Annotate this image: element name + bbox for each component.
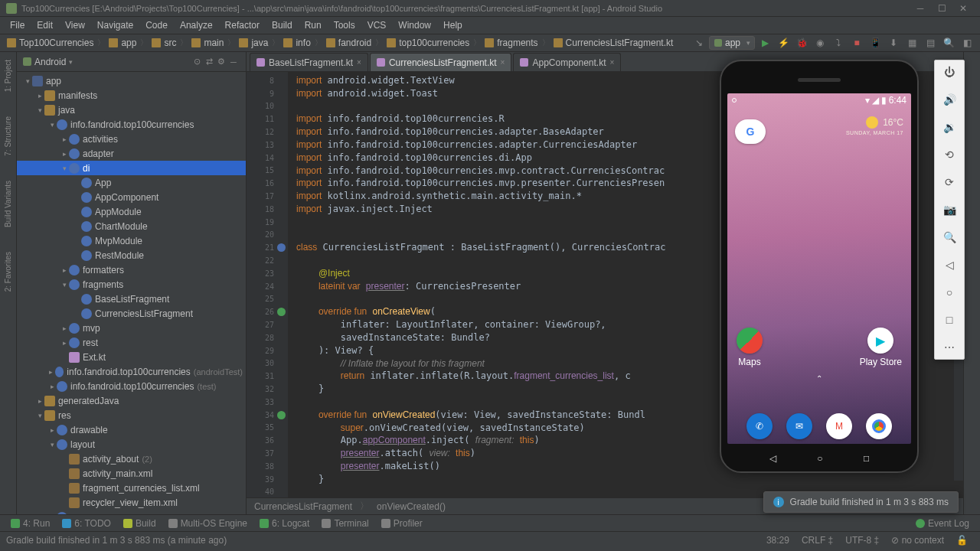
profile-button[interactable]: ◉ bbox=[812, 35, 828, 51]
tree-node[interactable]: AppModule bbox=[17, 204, 246, 219]
tree-node[interactable]: ChartModule bbox=[17, 219, 246, 233]
editor-tab[interactable]: CurrenciesListFragment.kt× bbox=[370, 53, 512, 71]
emulator-window[interactable]: ─ ✕ ▾ ◢ ▮ 6:44 G 16°C SUNDAY, MARCH 17 M… bbox=[720, 60, 926, 473]
tree-node[interactable]: app bbox=[17, 73, 246, 88]
tree-node[interactable]: res bbox=[17, 408, 246, 422]
tree-node[interactable]: info.fandroid.top100currencies(test) bbox=[17, 379, 246, 393]
tree-node[interactable]: di bbox=[17, 161, 246, 175]
gutter[interactable]: 8910111213141516171819202122232425262728… bbox=[247, 72, 289, 497]
tab-multios[interactable]: Multi-OS Engine bbox=[162, 515, 253, 531]
tree-node[interactable]: BaseListFragment bbox=[17, 292, 246, 306]
tree-node[interactable]: drawable bbox=[17, 422, 246, 437]
emu-rotate-right-icon[interactable]: ⟳ bbox=[941, 174, 958, 191]
line-separator[interactable]: CRLF ‡ bbox=[795, 535, 839, 546]
editor-tab[interactable]: BaseListFragment.kt× bbox=[250, 53, 368, 71]
tree-node[interactable]: RestModule bbox=[17, 248, 246, 262]
maximize-button[interactable]: ☐ bbox=[931, 2, 952, 15]
gutter-cls-icon[interactable] bbox=[277, 243, 286, 252]
attach-debugger-icon[interactable]: ⤵ bbox=[831, 35, 846, 51]
tree-node[interactable]: formatters bbox=[17, 262, 246, 277]
crumb-method[interactable]: onViewCreated() bbox=[377, 501, 446, 512]
tree-node[interactable]: mvp bbox=[17, 321, 246, 335]
project-tree[interactable]: appmanifestsjavainfo.fandroid.top100curr… bbox=[17, 72, 246, 514]
tab-eventlog[interactable]: Event Log bbox=[910, 515, 975, 531]
weather-widget[interactable]: 16°C SUNDAY, MARCH 17 bbox=[846, 116, 903, 135]
emu-overview-icon[interactable]: □ bbox=[941, 311, 958, 328]
sync-icon[interactable]: ↘ bbox=[691, 35, 707, 51]
layout-inspector-icon[interactable]: ▦ bbox=[904, 35, 920, 51]
menu-edit[interactable]: Edit bbox=[31, 18, 58, 32]
tree-node[interactable]: rest bbox=[17, 335, 246, 350]
menu-tools[interactable]: Tools bbox=[328, 18, 361, 32]
emu-more-icon[interactable]: ⋯ bbox=[941, 339, 958, 356]
search-everywhere-icon[interactable]: 🔍 bbox=[941, 35, 956, 51]
tree-node[interactable]: info.fandroid.top100currencies(androidTe… bbox=[17, 364, 246, 379]
lock-icon[interactable]: 🔓 bbox=[950, 535, 974, 546]
apply-changes-icon[interactable]: ⚡ bbox=[776, 35, 791, 51]
tree-node[interactable]: activities bbox=[17, 132, 246, 146]
tab-terminal[interactable]: Terminal bbox=[315, 515, 374, 531]
tree-node[interactable]: adapter bbox=[17, 146, 246, 161]
playstore-app-icon[interactable]: ▶Play Store bbox=[860, 328, 902, 367]
run-config-dropdown[interactable]: app bbox=[709, 36, 755, 50]
menu-view[interactable]: View bbox=[60, 18, 90, 32]
editor-tab[interactable]: AppComponent.kt× bbox=[513, 53, 621, 71]
app-drawer-arrow-icon[interactable]: ⌃ bbox=[816, 374, 822, 383]
gutter-ov-icon[interactable] bbox=[277, 411, 286, 419]
breadcrumb-root[interactable]: Top100Currencies bbox=[5, 37, 96, 48]
tree-node[interactable]: AppComponent bbox=[17, 190, 246, 204]
tree-node[interactable]: Ext.kt bbox=[17, 350, 246, 364]
menu-refactor[interactable]: Refactor bbox=[220, 18, 265, 32]
tab-todo[interactable]: 6: TODO bbox=[56, 515, 117, 531]
debug-button[interactable]: 🐞 bbox=[794, 35, 809, 51]
tool-tab[interactable]: 7: Structure bbox=[2, 112, 14, 161]
menu-navigate[interactable]: Navigate bbox=[92, 18, 139, 32]
gmail-app-icon[interactable]: M bbox=[826, 413, 852, 439]
tree-node[interactable]: recycler_view_item.xml bbox=[17, 495, 246, 510]
tree-node[interactable]: CurrenciesListFragment bbox=[17, 306, 246, 321]
breadcrumb-item[interactable]: main bbox=[189, 37, 226, 48]
emu-home-icon[interactable]: ○ bbox=[941, 284, 958, 301]
tab-profiler[interactable]: Profiler bbox=[375, 515, 429, 531]
emu-screenshot-icon[interactable]: 📷 bbox=[941, 201, 958, 218]
menu-build[interactable]: Build bbox=[266, 18, 298, 32]
tab-run[interactable]: 4: Run bbox=[5, 515, 56, 531]
nav-back-icon[interactable]: ◁ bbox=[769, 453, 776, 464]
hide-icon[interactable]: ─ bbox=[227, 56, 240, 68]
tree-node[interactable]: info.fandroid.top100currencies bbox=[17, 117, 246, 132]
phone-app-icon[interactable]: ✆ bbox=[746, 413, 773, 439]
sdk-manager-icon[interactable]: ⬇ bbox=[886, 35, 901, 51]
chrome-app-icon[interactable] bbox=[866, 413, 892, 439]
cursor-position[interactable]: 38:29 bbox=[760, 535, 795, 546]
select-opened-icon[interactable]: ⇄ bbox=[203, 56, 215, 68]
breadcrumb-item[interactable]: fragments bbox=[482, 37, 540, 48]
tree-node[interactable]: generatedJava bbox=[17, 393, 246, 408]
tool-tab[interactable]: 2: Favorites bbox=[2, 247, 14, 296]
breadcrumb-item[interactable]: java bbox=[237, 37, 270, 48]
project-view-selector[interactable]: Android ▾ bbox=[23, 57, 73, 67]
tab-build[interactable]: Build bbox=[117, 515, 162, 531]
tree-node[interactable]: layout bbox=[17, 437, 246, 452]
tree-node[interactable]: fragments bbox=[17, 277, 246, 292]
stop-button[interactable]: ■ bbox=[849, 35, 864, 51]
nav-recent-icon[interactable]: □ bbox=[864, 453, 869, 464]
menu-analyze[interactable]: Analyze bbox=[175, 18, 218, 32]
menu-code[interactable]: Code bbox=[140, 18, 173, 32]
google-search-chip[interactable]: G bbox=[735, 119, 766, 144]
nav-home-icon[interactable]: ○ bbox=[817, 453, 822, 464]
crumb-class[interactable]: CurrenciesListFragment bbox=[254, 501, 352, 512]
breadcrumb-item[interactable]: info bbox=[281, 37, 312, 48]
close-tab-icon[interactable]: × bbox=[501, 58, 505, 67]
run-button[interactable]: ▶ bbox=[757, 35, 773, 51]
assistant-icon[interactable]: ◧ bbox=[959, 35, 975, 51]
emu-power-icon[interactable]: ⏻ bbox=[941, 64, 958, 80]
minimize-button[interactable]: ─ bbox=[910, 2, 931, 15]
messages-app-icon[interactable]: ✉ bbox=[786, 413, 812, 439]
phone-screen[interactable]: ▾ ◢ ▮ 6:44 G 16°C SUNDAY, MARCH 17 Maps … bbox=[727, 93, 911, 444]
tab-logcat[interactable]: 6: Logcat bbox=[253, 515, 315, 531]
menu-file[interactable]: File bbox=[5, 18, 30, 32]
context-indicator[interactable]: ⊘ no context bbox=[885, 535, 950, 546]
close-tab-icon[interactable]: × bbox=[357, 58, 361, 67]
menu-help[interactable]: Help bbox=[438, 18, 468, 32]
emu-back-icon[interactable]: ◁ bbox=[941, 256, 958, 273]
